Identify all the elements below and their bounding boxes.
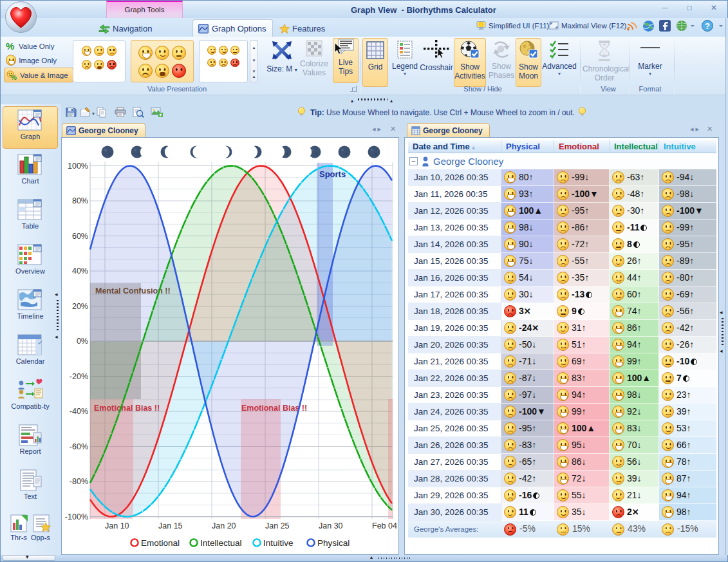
svg-text:80%: 80% [72, 196, 88, 205]
svg-text:Emotional Bias !!: Emotional Bias !! [241, 404, 307, 413]
svg-text:40%: 40% [72, 267, 88, 276]
svg-text:100%: 100% [68, 162, 88, 171]
svg-text:0%: 0% [77, 337, 88, 346]
svg-text:Jan 30: Jan 30 [319, 521, 343, 530]
svg-text:Sports: Sports [319, 169, 346, 179]
svg-text:Emotional: Emotional [141, 538, 180, 548]
svg-text:Jan 25: Jan 25 [265, 521, 290, 530]
svg-text:%: % [11, 74, 17, 80]
svg-text:%: % [6, 41, 14, 51]
svg-text:Jan 10: Jan 10 [105, 521, 129, 530]
svg-text:-60%: -60% [70, 442, 88, 451]
svg-text:60%: 60% [72, 232, 88, 241]
svg-text:Jan 20: Jan 20 [212, 521, 236, 530]
svg-text:Intuitive: Intuitive [263, 538, 294, 548]
svg-text:-100%: -100% [65, 512, 88, 521]
svg-text:?: ? [705, 21, 710, 31]
svg-text:-20%: -20% [70, 372, 88, 381]
svg-text:Intellectual: Intellectual [200, 538, 242, 548]
svg-text:Jan 15: Jan 15 [158, 521, 183, 530]
svg-text:-40%: -40% [70, 407, 88, 416]
svg-text:-80%: -80% [70, 477, 88, 486]
svg-text:Feb 04: Feb 04 [372, 521, 397, 530]
svg-text:Emotional Bias !!: Emotional Bias !! [94, 404, 160, 413]
svg-text:20%: 20% [72, 302, 88, 311]
svg-text:Physical: Physical [317, 538, 350, 548]
